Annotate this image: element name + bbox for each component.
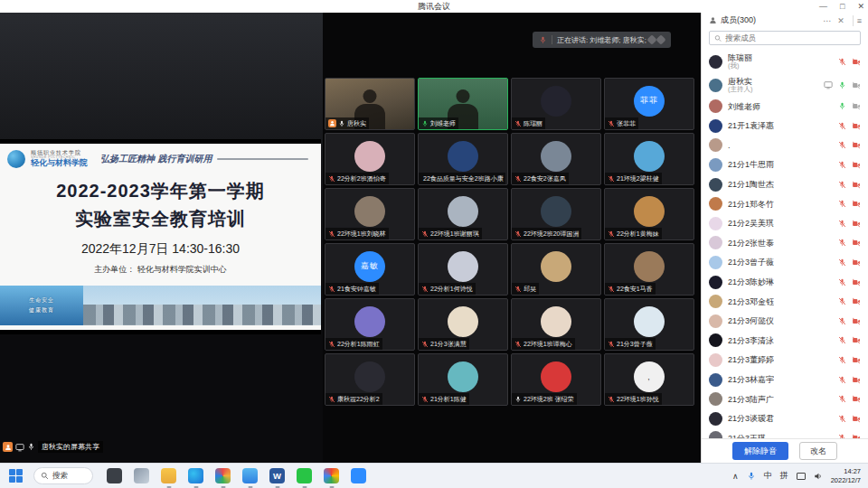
video-tile[interactable]: 21分3曾子薇	[604, 298, 694, 351]
tray-volume-icon[interactable]	[814, 472, 823, 481]
member-camera-icon[interactable]	[852, 161, 861, 169]
member-camera-icon[interactable]	[852, 356, 861, 364]
taskbar-app-icon[interactable]	[107, 468, 122, 483]
video-tile[interactable]: 22分析2班潘怡奇	[325, 133, 415, 185]
member-camera-icon[interactable]	[852, 58, 861, 66]
video-tile[interactable]: 22分析1陈雨虹	[325, 298, 415, 351]
member-camera-icon[interactable]	[852, 81, 861, 89]
member-camera-icon[interactable]	[852, 200, 861, 208]
member-camera-icon[interactable]	[852, 415, 861, 423]
windows-start-button[interactable]	[9, 469, 23, 483]
member-row[interactable]: 21分3陆声广	[702, 389, 868, 409]
member-camera-icon[interactable]	[852, 181, 861, 189]
taskbar-clock[interactable]: 14:27 2022/12/7	[831, 467, 861, 485]
video-tile[interactable]: 22环境1班刘晓林	[325, 188, 415, 240]
unmute-button[interactable]: 解除静音	[732, 442, 788, 460]
member-row[interactable]: 21分3何懿仪	[702, 312, 868, 332]
ime-mode-indicator[interactable]: 拼	[780, 470, 788, 482]
member-camera-icon[interactable]	[852, 258, 861, 267]
member-row[interactable]: 21分3王琪	[702, 428, 868, 438]
video-tile[interactable]: 21分3张满慧	[418, 298, 508, 351]
member-mic-icon[interactable]	[838, 278, 846, 286]
member-mic-icon[interactable]	[838, 161, 846, 169]
member-mic-icon[interactable]	[838, 200, 846, 208]
video-tile[interactable]: 21分析1陈健	[418, 353, 508, 406]
video-tile[interactable]: 22环境2班 张绍荣	[511, 353, 601, 406]
taskbar-app-icon[interactable]	[324, 468, 339, 483]
member-mic-icon[interactable]	[838, 356, 846, 364]
tray-chevron-icon[interactable]: ∧	[732, 472, 739, 481]
member-camera-icon[interactable]	[852, 141, 861, 149]
member-camera-icon[interactable]	[852, 376, 861, 384]
member-row[interactable]: .	[702, 136, 868, 155]
taskbar-app-icon[interactable]	[134, 468, 149, 483]
panel-more-button[interactable]: ⋯	[823, 16, 831, 25]
member-camera-icon[interactable]	[852, 278, 861, 286]
member-row[interactable]: 21分2吴美琪	[702, 214, 868, 234]
member-camera-icon[interactable]	[852, 122, 861, 130]
member-row[interactable]: 唐秋实 (主持人)	[702, 73, 868, 97]
member-camera-icon[interactable]	[852, 220, 861, 228]
member-row[interactable]: 21分3曾子薇	[702, 253, 868, 273]
member-mic-icon[interactable]	[838, 141, 846, 149]
member-mic-icon[interactable]	[838, 317, 846, 325]
member-mic-icon[interactable]	[838, 376, 846, 384]
video-tile[interactable]: 22分析1何诗悦	[418, 243, 508, 296]
panel-close-button[interactable]: ✕	[837, 16, 844, 25]
video-tile[interactable]: 22环境1班谢丽琪	[418, 188, 508, 240]
video-tile[interactable]: 22食安1马香	[604, 243, 694, 296]
member-row[interactable]: 21分1郑冬竹	[702, 194, 868, 214]
member-row[interactable]: 21分3邓金钰	[702, 292, 868, 312]
video-tile[interactable]: 22食品质量与安全2班路小康	[418, 133, 508, 185]
member-row[interactable]: 21分1陶世杰	[702, 174, 868, 194]
taskbar-app-icon[interactable]	[297, 468, 312, 483]
member-camera-icon[interactable]	[852, 336, 861, 344]
member-row[interactable]: 刘维老师	[702, 97, 868, 117]
taskbar-app-icon[interactable]	[215, 468, 231, 483]
member-camera-icon[interactable]	[852, 395, 861, 403]
member-row[interactable]: 21分3李清泳	[702, 331, 868, 351]
tray-mic-icon[interactable]	[747, 472, 756, 481]
ime-lang-indicator[interactable]: 中	[764, 470, 772, 482]
member-mic-icon[interactable]	[838, 58, 846, 66]
taskbar-app-icon[interactable]	[188, 468, 203, 483]
member-mic-icon[interactable]	[838, 122, 846, 130]
video-tile[interactable]: 唐秋实	[325, 78, 415, 130]
member-mic-icon[interactable]	[838, 239, 846, 247]
video-tile[interactable]: 21环境2梁桂健	[604, 133, 694, 185]
video-tile[interactable]: 22环境1班谭梅心	[511, 298, 601, 351]
member-mic-icon[interactable]	[838, 258, 846, 267]
member-mic-icon[interactable]	[838, 395, 846, 403]
member-row[interactable]: 21分3陈妙琳	[702, 272, 868, 292]
member-row[interactable]: 21分3林嘉宇	[702, 370, 868, 389]
panel-layout-button[interactable]: ≡	[853, 15, 865, 26]
tray-display-icon[interactable]	[797, 473, 806, 480]
member-row[interactable]: 21分3董婷婷	[702, 351, 868, 371]
video-tile[interactable]: , 22环境1班孙悦	[604, 353, 694, 406]
video-tile[interactable]: 刘维老师	[418, 78, 508, 130]
video-tile[interactable]: 22分析1黄梅妹	[604, 188, 694, 240]
member-mic-icon[interactable]	[838, 297, 846, 305]
member-camera-icon[interactable]	[852, 317, 861, 325]
taskbar-app-icon[interactable]	[161, 468, 176, 483]
member-camera-icon[interactable]	[852, 102, 861, 110]
member-search-box[interactable]	[709, 31, 861, 45]
member-row[interactable]: 21分1牛思雨	[702, 155, 868, 175]
video-tile[interactable]: 康秋霞22分析2	[325, 353, 415, 406]
video-tile[interactable]: 22环境2班20谭国洲	[511, 188, 601, 240]
member-camera-icon[interactable]	[852, 239, 861, 247]
close-button[interactable]: ✕	[857, 0, 864, 13]
member-row[interactable]: 21分2张世泰	[702, 233, 868, 253]
taskbar-search[interactable]: 搜索	[33, 467, 93, 484]
member-mic-icon[interactable]	[838, 415, 846, 423]
minimize-button[interactable]: —	[819, 0, 827, 13]
member-mic-icon[interactable]	[838, 181, 846, 189]
video-tile[interactable]: 嘉敏 21食安钟嘉敏	[325, 243, 415, 296]
taskbar-app-icon[interactable]: W	[269, 468, 285, 483]
member-row[interactable]: 21分3谈瑷君	[702, 409, 868, 429]
member-search-input[interactable]	[725, 33, 855, 42]
video-tile[interactable]: 陈瑞丽	[511, 78, 601, 130]
member-row[interactable]: 陈瑞丽 (我)	[702, 50, 868, 73]
rename-button[interactable]: 改名	[799, 442, 837, 460]
video-tile[interactable]: 菲菲 张菲菲	[604, 78, 694, 130]
